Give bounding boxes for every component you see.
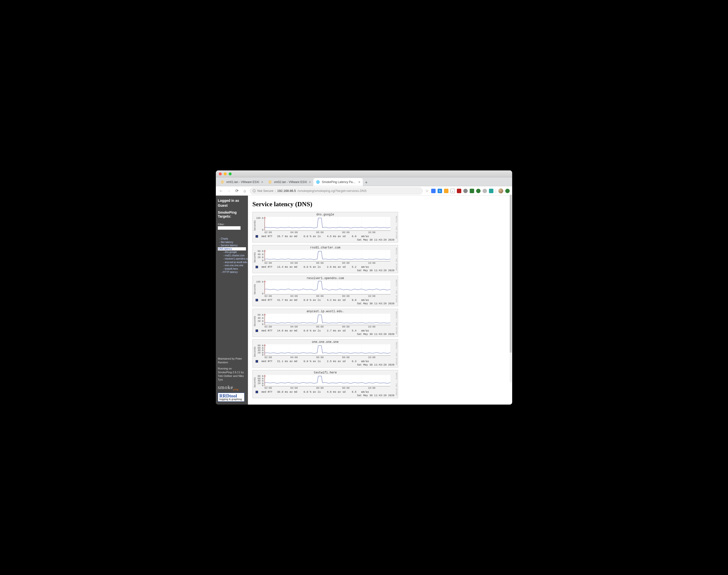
bookmark-star-icon[interactable]: ☆ xyxy=(425,189,429,193)
filter-input[interactable] xyxy=(218,226,241,230)
legend-swatch xyxy=(255,391,258,393)
x-ticks: 02:0004:0006:0008:0010:00 xyxy=(265,387,394,390)
close-tab-icon[interactable]: × xyxy=(358,180,360,184)
svg-marker-11 xyxy=(265,250,266,251)
rrdtool-logo[interactable]: RRDtool logging & graphing xyxy=(218,393,244,402)
latency-graph[interactable]: rns01.charter.comRRDTOOL / TOBI OETIKERS… xyxy=(252,245,398,273)
extension-icon[interactable] xyxy=(463,189,468,193)
latency-graph[interactable]: resolver1.opendns.comRRDTOOL / TOBI OETI… xyxy=(252,276,398,306)
window-controls xyxy=(219,172,232,175)
latency-graph[interactable]: one.one.one.oneRRDTOOL / TOBI OETIKERSec… xyxy=(252,339,398,368)
ublock-icon[interactable] xyxy=(457,189,461,193)
plot-area: 100 m0 xyxy=(265,280,394,295)
nav-item[interactable]: - Net latency xyxy=(218,241,246,244)
smokeping-logo[interactable]: smokeping xyxy=(218,384,246,391)
address-bar[interactable]: ⓘ Not Secure | 192.168.86.5/smokeping/sm… xyxy=(250,188,423,194)
login-status-line1: Logged in as xyxy=(218,199,246,203)
pocket-icon[interactable]: ⌄ xyxy=(450,189,455,193)
graph-title: rns01.charter.com xyxy=(253,245,398,249)
maximize-window-button[interactable] xyxy=(229,172,232,175)
legend-text: med RTT 14.6 ms av md 0.0 % av ls 2.7 ms… xyxy=(262,329,369,332)
graph-legend: med RTT 14.6 ms av md 0.0 % av ls 2.7 ms… xyxy=(255,329,395,332)
graph-title: dns.google xyxy=(253,212,398,216)
reload-button[interactable]: ⟳ xyxy=(234,189,240,193)
extension-icon[interactable] xyxy=(476,189,481,193)
nav-item[interactable]: - HTTP latency xyxy=(218,270,246,274)
browser-tab[interactable]: 📀vm02.lan - VMware ESXi× xyxy=(266,178,314,186)
extension-icon[interactable] xyxy=(431,189,436,193)
extension-icon[interactable]: S xyxy=(438,189,442,193)
plot-area: 60 m40 m20 m0 xyxy=(265,250,394,261)
main-panel: Service latency (DNS) dns.googleRRDTOOL … xyxy=(248,196,512,405)
login-status-line2: Guest xyxy=(218,204,246,207)
nav-item[interactable]: - anycast.ip.wustl.edu. xyxy=(218,261,246,264)
browser-toolbar: ← → ⟳ ⌂ ⓘ Not Secure | 192.168.86.5/smok… xyxy=(216,186,512,196)
evernote-icon[interactable] xyxy=(470,189,474,193)
nav-item[interactable]: - one.one.one.one xyxy=(218,264,246,267)
legend-swatch xyxy=(255,299,258,301)
rrdtool-watermark: RRDTOOL / TOBI OETIKER xyxy=(394,246,397,272)
forward-button[interactable]: → xyxy=(226,189,232,193)
url-path: /smokeping/smokeping.cgi?target=services… xyxy=(297,189,367,193)
nav-item[interactable]: - rns01.charter.com xyxy=(218,254,246,257)
close-window-button[interactable] xyxy=(219,172,222,175)
y-tick: 60 m xyxy=(254,250,264,253)
extension-icon[interactable] xyxy=(505,189,510,193)
scrollbar-thumb[interactable] xyxy=(510,196,512,353)
x-ticks: 02:0004:0006:0008:0010:00 xyxy=(265,326,394,328)
y-tick: 20 m xyxy=(254,256,264,259)
y-tick: 0 xyxy=(254,354,264,357)
close-tab-icon[interactable]: × xyxy=(261,180,263,184)
latency-graph[interactable]: anycast.ip.wustl.edu.RRDTOOL / TOBI OETI… xyxy=(252,309,398,337)
plot-area: 60 m40 m20 m0 xyxy=(265,314,394,325)
filter-label: Filter: xyxy=(218,223,246,226)
y-tick: 0 xyxy=(254,229,264,231)
x-ticks: 02:0004:0006:0008:0010:00 xyxy=(265,262,394,265)
plot-area: 80 m60 m40 m20 m0 xyxy=(265,375,394,386)
extension-icon[interactable] xyxy=(444,189,448,193)
vertical-scrollbar[interactable] xyxy=(510,196,512,382)
browser-tab[interactable]: 🌐SmokePing Latency Page for S× xyxy=(313,178,363,186)
y-tick: 100 m xyxy=(254,280,264,283)
nav-item[interactable]: - dns.google xyxy=(218,250,246,254)
nav-item[interactable]: - Service latency xyxy=(218,244,246,247)
svg-marker-35 xyxy=(265,375,266,376)
extension-icon[interactable] xyxy=(489,189,493,193)
rrdtool-watermark: RRDTOOL / TOBI OETIKER xyxy=(394,310,397,336)
graph-timestamp: Sat May 30 11:43:28 2020 xyxy=(253,394,398,398)
minimize-window-button[interactable] xyxy=(224,172,227,175)
graph-title: one.one.one.one xyxy=(253,340,398,344)
tab-label: vm02.lan - VMware ESXi xyxy=(274,180,307,184)
y-tick: 0 xyxy=(254,293,264,295)
page-content: Logged in as Guest SmokePing Targets: Fi… xyxy=(216,196,512,405)
legend-swatch xyxy=(255,330,258,332)
nav-item[interactable]: - testwifi.here xyxy=(218,267,246,271)
new-tab-button[interactable]: + xyxy=(363,179,370,186)
browser-tab[interactable]: 📀vm01.lan - VMware ESXi× xyxy=(218,178,266,186)
profile-avatar[interactable] xyxy=(498,189,503,193)
home-button[interactable]: ⌂ xyxy=(242,189,247,193)
security-label: Not Secure xyxy=(257,189,273,193)
svg-marker-5 xyxy=(265,217,266,218)
rrdtool-watermark: RRDTOOL / TOBI OETIKER xyxy=(394,277,397,305)
legend-text: med RTT 13.4 ms av md 0.0 % av ls 2.6 ms… xyxy=(262,266,369,269)
globe-icon: 🌐 xyxy=(316,180,320,184)
extension-icon[interactable] xyxy=(483,189,487,193)
close-tab-icon[interactable]: × xyxy=(309,180,311,184)
vmware-icon: 📀 xyxy=(220,180,224,184)
y-tick: 100 m xyxy=(254,217,264,219)
nav-item[interactable]: DNS latency xyxy=(218,247,246,251)
mac-titlebar xyxy=(216,170,512,177)
latency-graph[interactable]: dns.googleRRDTOOL / TOBI OETIKERSeconds1… xyxy=(252,212,398,242)
y-tick: 0 xyxy=(254,259,264,262)
legend-text: med RTT 41.7 ms av md 0.0 % av ls 4.2 ms… xyxy=(262,299,369,302)
nav-item[interactable]: - resolver1.opendns.com xyxy=(218,257,246,261)
plot-area: 100 m0 xyxy=(265,217,394,231)
rrdtool-watermark: RRDTOOL / TOBI OETIKER xyxy=(394,213,397,241)
y-tick: 0 xyxy=(254,384,264,387)
rrdtool-watermark: RRDTOOL / TOBI OETIKER xyxy=(394,341,397,366)
back-button[interactable]: ← xyxy=(218,189,224,193)
latency-graph[interactable]: testwifi.hereRRDTOOL / TOBI OETIKERSecon… xyxy=(252,370,398,398)
graph-title: testwifi.here xyxy=(253,370,398,374)
nav-item[interactable]: - Charts xyxy=(218,237,246,241)
